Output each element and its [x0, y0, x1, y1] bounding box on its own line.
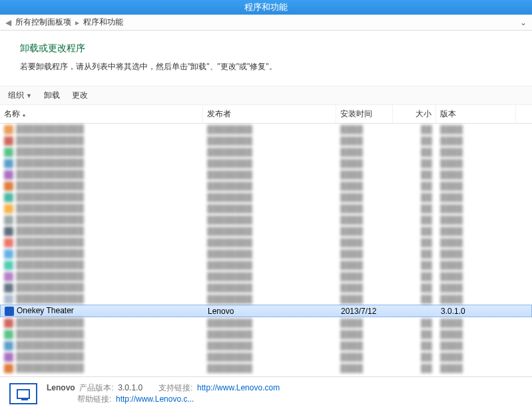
toolbar: 组织▼ 卸载 更改 — [0, 86, 532, 105]
table-row[interactable]: ██████████████████████████████ — [0, 169, 532, 180]
table-row[interactable]: ██████████████████████████████ — [0, 340, 532, 351]
breadcrumb: ◀ 所有控制面板项 ▸ 程序和功能 ⌄ — [0, 15, 532, 31]
back-chevron-icon[interactable]: ◀ — [5, 18, 11, 27]
app-icon — [4, 170, 13, 180]
app-icon — [4, 238, 13, 247]
change-button[interactable]: 更改 — [72, 90, 88, 101]
table-row[interactable]: ██████████████████████████████ — [0, 158, 532, 169]
organize-button[interactable]: 组织▼ — [8, 90, 32, 101]
table-row[interactable]: ██████████████████████████████ — [0, 329, 532, 340]
app-icon — [4, 204, 13, 213]
app-icon — [4, 136, 13, 146]
app-icon — [4, 341, 13, 350]
page-heading: 卸载或更改程序 — [20, 43, 512, 55]
table-row[interactable]: ██████████████████████████████ — [0, 146, 532, 158]
table-row[interactable]: ██████████████████████████████ — [0, 248, 532, 259]
col-header-size[interactable]: 大小 — [393, 105, 436, 123]
table-row[interactable]: ██████████████████████████████ — [0, 259, 532, 271]
details-panel: Lenovo 产品版本: 3.0.1.0 支持链接: http://www.Le… — [0, 376, 532, 410]
col-header-publisher[interactable]: 发布者 — [203, 105, 336, 123]
sort-asc-icon: ▴ — [23, 112, 25, 118]
details-version: 3.0.1.0 — [118, 383, 142, 392]
col-header-version[interactable]: 版本 — [436, 105, 516, 123]
table-row[interactable]: ██████████████████████████████ — [0, 317, 532, 329]
table-row[interactable]: ██████████████████████████████ — [0, 271, 532, 282]
table-row[interactable]: Onekey TheaterLenovo2013/7/123.0.1.0 — [0, 305, 532, 317]
details-vendor: Lenovo — [47, 383, 75, 392]
page-subheading: 若要卸载程序，请从列表中将其选中，然后单击"卸载"、"更改"或"修复"。 — [20, 61, 512, 72]
table-row[interactable]: ██████████████████████████████ — [0, 362, 532, 374]
table-row[interactable]: ██████████████████████████████ — [0, 293, 532, 305]
table-row[interactable]: ██████████████████████████████ — [0, 282, 532, 293]
app-icon — [4, 319, 13, 328]
app-icon — [4, 364, 13, 373]
breadcrumb-root[interactable]: 所有控制面板项 — [15, 17, 71, 28]
table-row[interactable]: ██████████████████████████████ — [0, 180, 532, 192]
table-row[interactable]: ██████████████████████████████ — [0, 192, 532, 203]
table-row[interactable]: ██████████████████████████████ — [0, 214, 532, 225]
table-row[interactable]: ██████████████████████████████ — [0, 225, 532, 237]
app-icon — [4, 352, 13, 362]
app-icon — [4, 148, 13, 157]
app-icon — [4, 249, 13, 259]
program-table: 名称▴ 发布者 安装时间 大小 版本 █████████████████████… — [0, 105, 532, 374]
app-icon — [4, 182, 13, 191]
uninstall-button[interactable]: 卸载 — [44, 90, 60, 101]
app-icon — [4, 330, 13, 339]
window-title: 程序和功能 — [0, 0, 532, 15]
app-icon — [4, 272, 13, 281]
breadcrumb-current[interactable]: 程序和功能 — [83, 17, 123, 28]
chevron-right-icon: ▸ — [75, 18, 79, 27]
app-icon — [4, 215, 13, 225]
app-icon — [4, 159, 13, 168]
support-link[interactable]: http://www.Lenovo.com — [197, 383, 280, 392]
table-row[interactable]: ██████████████████████████████ — [0, 124, 532, 135]
table-row[interactable]: ██████████████████████████████ — [0, 135, 532, 146]
table-row[interactable]: ██████████████████████████████ — [0, 203, 532, 214]
app-icon — [4, 125, 13, 134]
app-icon — [9, 383, 37, 404]
col-header-date[interactable]: 安装时间 — [336, 105, 393, 123]
table-row[interactable]: ██████████████████████████████ — [0, 237, 532, 248]
chevron-down-icon: ▼ — [26, 92, 32, 99]
chevron-down-icon[interactable]: ⌄ — [520, 18, 527, 27]
app-icon — [4, 295, 13, 304]
help-link[interactable]: http://www.Lenovo.c... — [116, 394, 194, 404]
col-header-name[interactable]: 名称▴ — [0, 105, 203, 123]
table-row[interactable]: ██████████████████████████████ — [0, 351, 532, 362]
app-icon — [5, 307, 14, 316]
app-icon — [4, 227, 13, 236]
app-icon — [4, 193, 13, 202]
app-icon — [4, 283, 13, 293]
app-icon — [4, 261, 13, 270]
